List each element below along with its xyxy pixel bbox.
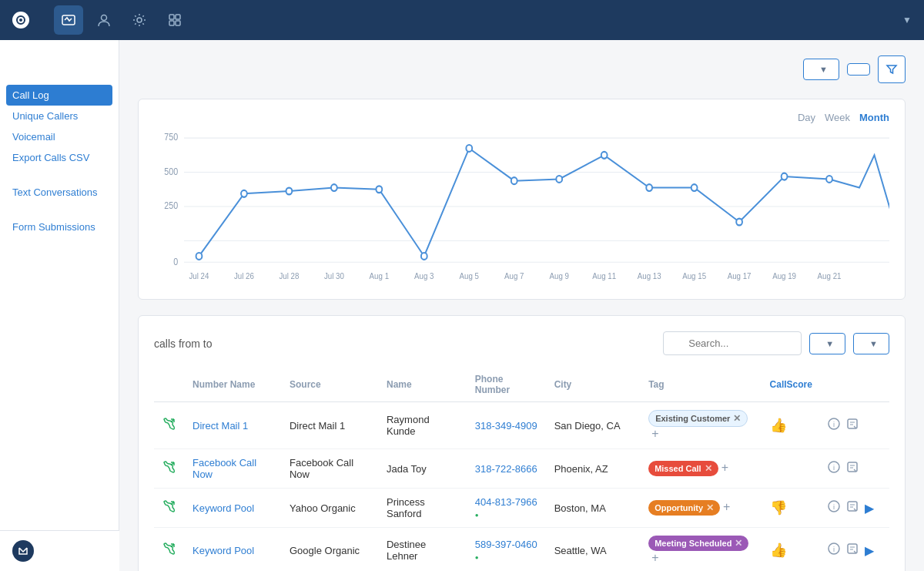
svg-text:Aug 15: Aug 15 [682, 272, 706, 281]
svg-point-31 [782, 173, 788, 180]
table-card: calls from to ▼ ▼ [138, 315, 906, 571]
incoming-call-icon [162, 420, 176, 433]
export-button[interactable]: ▼ [853, 333, 889, 354]
sidebar-item-voicemail[interactable]: Voicemail [0, 126, 119, 147]
layout: Call Log Unique Callers Voicemail Export… [0, 40, 924, 571]
info-icon[interactable]: i [828, 500, 840, 516]
sidebar-item-text-conversations[interactable]: Text Conversations [0, 182, 119, 203]
tag-add-button[interactable]: + [651, 551, 658, 564]
lead-center-nav[interactable] [0, 530, 119, 571]
nav-person-icon[interactable] [89, 5, 119, 35]
name-cell: Princess Sanford [379, 489, 467, 528]
svg-text:500: 500 [164, 166, 178, 176]
row-actions: i [828, 461, 882, 476]
phone-cell: 318-349-4909 [467, 402, 547, 449]
table-settings-button[interactable]: ▼ [809, 333, 845, 354]
info-icon[interactable]: i [828, 542, 840, 558]
phone-number[interactable]: 318-722-8666 [475, 463, 537, 475]
svg-text:Aug 1: Aug 1 [370, 272, 390, 281]
svg-rect-56 [848, 502, 857, 511]
sidebar-item-export-csv[interactable]: Export Calls CSV [0, 147, 119, 168]
svg-point-22 [376, 186, 382, 193]
page-header: ▼ [138, 55, 906, 83]
tag-existing: Existing Customer✕ [648, 410, 748, 427]
time-btn-week[interactable]: Week [825, 112, 850, 123]
nav-gear2-icon[interactable] [160, 5, 189, 35]
svg-text:i: i [833, 503, 835, 511]
logo-icon [12, 12, 29, 29]
phone-number[interactable]: 404-813-7966 [475, 496, 537, 519]
date-range-picker[interactable] [847, 63, 870, 76]
row-call-icon [154, 402, 185, 449]
phone-cell: 589-397-0460 [467, 528, 547, 572]
tag-missed: Missed Call✕ [648, 461, 718, 476]
city-cell: Phoenix, AZ [547, 449, 641, 489]
time-btn-month[interactable]: Month [859, 112, 889, 123]
search-wrap [663, 331, 802, 355]
summary-text: calls from [154, 338, 203, 350]
chart-time-controls: Day Week Month [154, 112, 889, 123]
number-name-link[interactable]: Facebook Call Now [192, 457, 256, 480]
tag-close-btn[interactable]: ✕ [705, 463, 712, 474]
table-row: Facebook Call Now Facebook Call Now Jada… [154, 449, 889, 489]
sidebar-item-unique-callers[interactable]: Unique Callers [0, 106, 119, 126]
phone-number[interactable]: 318-349-4909 [475, 420, 537, 432]
svg-point-4 [137, 18, 142, 22]
table-head: Number Name Source Name Phone Number Cit… [154, 368, 889, 402]
play-button[interactable]: ▶ [865, 501, 874, 516]
nav-activity-icon[interactable] [54, 5, 83, 35]
svg-text:0: 0 [173, 257, 178, 267]
user-chevron-icon: ▼ [902, 15, 912, 25]
log-icon[interactable] [846, 500, 859, 516]
log-icon[interactable] [846, 542, 859, 558]
user-menu[interactable]: ▼ [898, 15, 912, 25]
incoming-call-icon [162, 502, 176, 516]
nav-settings-icon[interactable] [125, 5, 154, 35]
tag-meeting: Meeting Scheduled✕ [648, 536, 748, 551]
tag-close-btn[interactable]: ✕ [733, 413, 741, 424]
export-chevron-icon: ▼ [869, 339, 878, 348]
svg-rect-7 [169, 21, 174, 25]
svg-text:250: 250 [164, 201, 178, 211]
row-actions: i ▶ [828, 500, 882, 516]
city-cell: Seattle, WA [547, 528, 641, 572]
svg-text:Jul 28: Jul 28 [279, 272, 299, 281]
tag-add-button[interactable]: + [721, 461, 728, 474]
play-button[interactable]: ▶ [865, 543, 874, 558]
tag-close-btn[interactable]: ✕ [706, 502, 714, 513]
info-icon[interactable]: i [828, 461, 840, 476]
svg-text:Aug 7: Aug 7 [504, 272, 524, 281]
search-input[interactable] [663, 331, 802, 355]
number-name-link[interactable]: Keyword Pool [192, 545, 254, 556]
tag-add-button[interactable]: + [723, 500, 730, 513]
time-btn-day[interactable]: Day [798, 112, 815, 123]
svg-text:Jul 26: Jul 26 [234, 272, 254, 281]
number-name-link[interactable]: Direct Mail 1 [192, 420, 248, 432]
filter-button[interactable] [878, 55, 906, 83]
tag-add-button[interactable]: + [651, 427, 658, 440]
table-summary: calls from to [154, 338, 212, 350]
tag-opportunity: Opportunity✕ [648, 500, 720, 516]
logo[interactable] [12, 12, 35, 29]
col-number-name: Number Name [185, 368, 282, 402]
tag-close-btn[interactable]: ✕ [735, 538, 742, 549]
log-icon[interactable] [846, 418, 859, 433]
log-icon[interactable] [846, 461, 859, 476]
source-cell: Yahoo Organic [282, 489, 379, 528]
company-selector[interactable]: ▼ [803, 59, 839, 80]
phone-number[interactable]: 589-397-0460 [475, 539, 537, 562]
table-header: calls from to ▼ ▼ [154, 331, 889, 355]
svg-text:750: 750 [164, 133, 178, 143]
svg-point-24 [466, 145, 472, 152]
info-icon[interactable]: i [828, 418, 840, 433]
row-call-icon [154, 449, 185, 489]
sidebar-item-call-log[interactable]: Call Log [6, 85, 112, 106]
svg-point-20 [286, 188, 293, 195]
col-source: Source [282, 368, 379, 402]
col-city: City [547, 368, 641, 402]
svg-text:Aug 17: Aug 17 [728, 272, 752, 281]
sidebar-item-form-submissions[interactable]: Form Submissions [0, 217, 119, 237]
number-name-link[interactable]: Keyword Pool [192, 502, 254, 514]
summary-to-text: to [203, 338, 213, 350]
sidebar-calls-label [0, 71, 119, 85]
